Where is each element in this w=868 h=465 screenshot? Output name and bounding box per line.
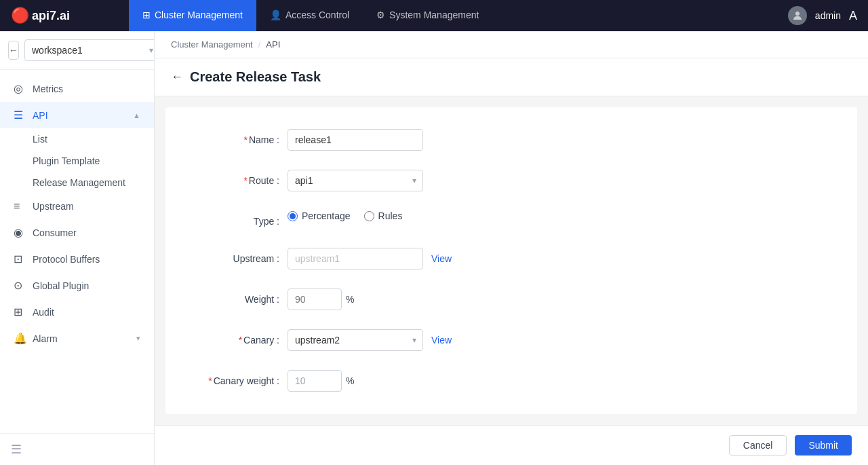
api-sub-menu: List Plugin Template Release Management (0, 128, 154, 193)
canary-weight-input[interactable] (288, 370, 342, 392)
access-icon: 👤 (270, 10, 281, 20)
type-percentage-radio[interactable] (288, 211, 298, 221)
footer: Cancel Submit (155, 425, 868, 465)
protocol-buffers-icon: ⊡ (14, 253, 26, 265)
type-row: Type : Percentage Rules (165, 210, 857, 229)
type-radio-group: Percentage Rules (288, 210, 402, 221)
sidebar-nav: ◎ Metrics ☰ API ▲ List Plugin Template R… (0, 70, 154, 433)
nav-right: admin A (788, 6, 868, 25)
upstream-row: Upstream : View (165, 248, 857, 269)
alarm-chevron-icon: ▾ (136, 334, 140, 343)
weight-unit: % (346, 294, 354, 305)
sidebar-sub-item-plugin-template[interactable]: Plugin Template (33, 150, 154, 172)
svg-point-0 (795, 12, 800, 16)
system-icon: ⚙ (376, 10, 385, 20)
audit-icon: ⊞ (14, 305, 26, 318)
back-button[interactable]: ← (8, 41, 19, 60)
sidebar-item-api[interactable]: ☰ API ▲ (0, 102, 154, 128)
canary-weight-unit: % (346, 375, 354, 386)
nav-tab-cluster[interactable]: ⊞ Cluster Management (129, 0, 256, 31)
canary-row: Canary : upstream2 upstream3 View (165, 329, 857, 351)
canary-weight-control: % (288, 370, 354, 392)
cancel-button[interactable]: Cancel (729, 435, 787, 455)
workspace-select-wrapper[interactable]: workspace1 (24, 39, 155, 61)
content-area: Cluster Management / API ← Create Releas… (155, 31, 868, 465)
type-label: Type : (193, 210, 288, 229)
main-layout: ← workspace1 ↻ ◎ Metrics ☰ API ▲ List Pl… (0, 31, 868, 465)
name-input[interactable] (288, 129, 423, 151)
sidebar-item-consumer[interactable]: ◉ Consumer (0, 219, 154, 246)
submit-button[interactable]: Submit (795, 435, 852, 455)
route-row: Route : api1 api2 (165, 170, 857, 191)
type-rules-option[interactable]: Rules (364, 210, 403, 221)
type-rules-radio[interactable] (364, 211, 374, 221)
weight-input[interactable] (288, 289, 342, 310)
form-container: Name : Route : api1 api2 (165, 107, 857, 414)
logo-text: api7.ai (32, 9, 70, 23)
sidebar-item-audit[interactable]: ⊞ Audit (0, 299, 154, 325)
consumer-icon: ◉ (14, 226, 26, 239)
canary-label: Canary : (193, 329, 288, 348)
name-row: Name : (165, 129, 857, 151)
breadcrumb: Cluster Management / API (155, 31, 868, 58)
avatar[interactable] (788, 6, 807, 25)
upstream-input[interactable] (288, 248, 423, 269)
type-control: Percentage Rules (288, 210, 402, 221)
weight-row-inner: % (288, 289, 354, 310)
canary-select[interactable]: upstream2 upstream3 (288, 329, 423, 351)
weight-row: Weight : % (165, 289, 857, 310)
breadcrumb-sep: / (258, 39, 261, 50)
sidebar-sub-item-list[interactable]: List (33, 128, 154, 150)
global-plugin-icon: ⊙ (14, 279, 26, 292)
canary-weight-row: Canary weight : % (165, 370, 857, 392)
logo-area: 🔴 api7.ai (0, 7, 129, 24)
workspace-bar: ← workspace1 ↻ (0, 31, 154, 70)
name-label: Name : (193, 129, 288, 147)
sidebar-item-metrics[interactable]: ◎ Metrics (0, 75, 154, 102)
alarm-icon: 🔔 (14, 332, 26, 345)
nav-tab-access[interactable]: 👤 Access Control (256, 0, 363, 31)
sidebar-item-protocol-buffers[interactable]: ⊡ Protocol Buffers (0, 246, 154, 272)
nav-tabs: ⊞ Cluster Management 👤 Access Control ⚙ … (129, 0, 492, 31)
route-select-wrapper[interactable]: api1 api2 (288, 170, 423, 191)
translate-icon[interactable]: A (849, 9, 857, 23)
canary-select-wrapper[interactable]: upstream2 upstream3 (288, 329, 423, 351)
name-control (288, 129, 423, 151)
sidebar-item-alarm[interactable]: 🔔 Alarm ▾ (0, 325, 154, 352)
upstream-control: View (288, 248, 452, 269)
page-back-button[interactable]: ← (171, 70, 183, 84)
nav-tab-system[interactable]: ⚙ System Management (363, 0, 492, 31)
top-navigation: 🔴 api7.ai ⊞ Cluster Management 👤 Access … (0, 0, 868, 31)
cluster-icon: ⊞ (142, 10, 151, 20)
sidebar-item-upstream[interactable]: ≡ Upstream (0, 193, 154, 219)
api-icon: ☰ (14, 109, 26, 122)
upstream-view-link[interactable]: View (431, 253, 452, 264)
api-chevron-icon: ▲ (133, 111, 140, 119)
canary-weight-row-inner: % (288, 370, 354, 392)
canary-view-link[interactable]: View (431, 335, 452, 346)
route-control: api1 api2 (288, 170, 423, 191)
weight-control: % (288, 289, 354, 310)
breadcrumb-cluster[interactable]: Cluster Management (171, 39, 253, 50)
upstream-label: Upstream : (193, 248, 288, 266)
username: admin (815, 10, 841, 21)
sidebar-sub-item-release-management[interactable]: Release Management (33, 172, 154, 193)
page-header: ← Create Release Task (155, 58, 868, 96)
sidebar-item-global-plugin[interactable]: ⊙ Global Plugin (0, 272, 154, 299)
breadcrumb-api: API (266, 39, 280, 50)
canary-control: upstream2 upstream3 View (288, 329, 452, 351)
canary-weight-label: Canary weight : (193, 370, 288, 388)
route-label: Route : (193, 170, 288, 188)
sidebar: ← workspace1 ↻ ◎ Metrics ☰ API ▲ List Pl… (0, 31, 155, 465)
logo-icon: 🔴 (11, 7, 29, 24)
upstream-icon: ≡ (14, 200, 26, 212)
collapse-icon[interactable]: ☰ (11, 443, 22, 456)
type-percentage-option[interactable]: Percentage (288, 210, 351, 221)
route-select[interactable]: api1 api2 (288, 170, 423, 191)
sidebar-bottom: ☰ (0, 433, 154, 465)
page-title: Create Release Task (190, 69, 321, 85)
metrics-icon: ◎ (14, 82, 26, 95)
weight-label: Weight : (193, 289, 288, 307)
workspace-select[interactable]: workspace1 (24, 39, 155, 61)
